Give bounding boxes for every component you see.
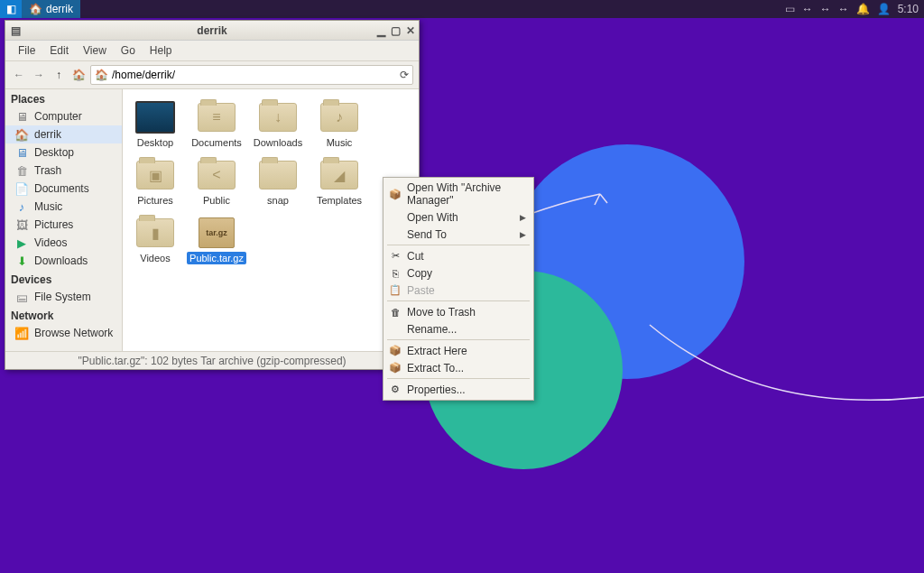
refresh-icon[interactable]: ⟳	[400, 69, 409, 81]
downloads-icon: ⬇	[14, 254, 29, 268]
file-item-pictures[interactable]: ▣Pictures	[126, 156, 184, 207]
file-label: Documents	[189, 136, 245, 149]
taskbar-item-file-manager[interactable]: 🏠 derrik	[22, 0, 80, 18]
menu-item-cut[interactable]: ✂Cut	[383, 247, 533, 264]
menu-edit[interactable]: Edit	[42, 42, 76, 59]
file-item-downloads[interactable]: ↓Downloads	[249, 98, 307, 149]
menu-file[interactable]: File	[11, 42, 42, 59]
trash-icon: 🗑	[14, 163, 29, 178]
resize-icon[interactable]: ↔	[802, 3, 813, 15]
indicator-icon[interactable]: ▭	[785, 3, 795, 15]
menu-item-label: Extract To...	[407, 362, 464, 374]
menu-item-copy[interactable]: ⎘Copy	[383, 264, 533, 282]
maximize-button[interactable]: ▢	[391, 24, 401, 37]
menu-item-label: Paste	[407, 284, 435, 297]
sidebar-device-file-system[interactable]: 🖴File System	[5, 288, 122, 306]
sidebar-heading: Devices	[5, 270, 122, 288]
sidebar-place-music[interactable]: ♪Music	[5, 198, 122, 216]
menu-item-open-with-archive-manager[interactable]: 📦Open With "Archive Manager"	[383, 180, 533, 208]
menu-item-rename[interactable]: Rename...	[383, 320, 533, 337]
computer-icon: 🖥	[14, 109, 29, 124]
menu-item-label: Cut	[407, 250, 424, 263]
menu-separator	[387, 378, 530, 379]
menubar: FileEditViewGoHelp	[5, 41, 419, 61]
menu-go[interactable]: Go	[114, 42, 143, 59]
videos-icon: ▶	[14, 236, 29, 250]
menu-item-label: Open With	[407, 211, 458, 224]
menu-item-icon	[389, 228, 402, 241]
file-label: Templates	[314, 194, 365, 207]
file-label: Pictures	[134, 194, 176, 207]
archive-icon: tar.gz	[196, 214, 237, 252]
close-button[interactable]: ✕	[406, 24, 415, 37]
nav-back-button[interactable]: ←	[11, 67, 27, 83]
sidebar-item-label: Pictures	[34, 218, 73, 231]
taskbar-item-label: derrik	[46, 3, 73, 15]
notification-icon[interactable]: 🔔	[856, 3, 870, 15]
menu-item-extract-to[interactable]: 📦Extract To...	[383, 359, 533, 376]
sidebar-heading: Places	[5, 89, 122, 107]
sidebar-network-browse-network[interactable]: 📶Browse Network	[5, 324, 122, 342]
menu-item-properties[interactable]: ⚙Properties...	[383, 381, 533, 398]
menu-item-move-to-trash[interactable]: 🗑Move to Trash	[383, 303, 533, 320]
file-system-icon: 🖴	[14, 290, 29, 304]
home-icon: 🏠	[29, 3, 42, 15]
sidebar-heading: Network	[5, 306, 122, 324]
sidebar-place-videos[interactable]: ▶Videos	[5, 234, 122, 252]
menu-item-send-to[interactable]: Send To▶	[383, 226, 533, 243]
sidebar-place-trash[interactable]: 🗑Trash	[5, 162, 122, 180]
sidebar-place-computer[interactable]: 🖥Computer	[5, 107, 122, 125]
folder-icon	[257, 156, 299, 194]
file-item-templates[interactable]: ◢Templates	[310, 156, 368, 207]
toolbar: ← → ↑ 🏠 🏠 ⟳	[5, 61, 419, 89]
path-input[interactable]	[112, 69, 400, 81]
file-item-snap[interactable]: snap	[249, 156, 307, 207]
menu-item-label: Rename...	[407, 323, 457, 336]
app-launcher[interactable]: ◧	[0, 0, 22, 18]
menu-item-icon: 📦	[389, 362, 402, 374]
sidebar-item-label: Music	[34, 200, 62, 213]
menu-item-icon: 📦	[389, 188, 402, 200]
window-title: derrik	[197, 24, 226, 37]
menu-item-label: Open With "Archive Manager"	[407, 181, 526, 207]
sidebar-item-label: Videos	[34, 236, 67, 249]
menu-view[interactable]: View	[76, 42, 114, 59]
sidebar-place-downloads[interactable]: ⬇Downloads	[5, 252, 122, 270]
menu-item-extract-here[interactable]: 📦Extract Here	[383, 342, 533, 359]
file-label: Downloads	[251, 136, 305, 149]
sidebar-place-desktop[interactable]: 🖥Desktop	[5, 143, 122, 162]
nav-up-button[interactable]: ↑	[51, 67, 67, 83]
resize-icon[interactable]: ↔	[838, 3, 849, 15]
clock[interactable]: 5:10	[898, 3, 919, 15]
file-item-documents[interactable]: ≡Documents	[188, 98, 245, 149]
file-item-music[interactable]: ♪Music	[310, 98, 368, 149]
minimize-button[interactable]: ▁	[377, 24, 385, 37]
menu-item-icon: ⎘	[389, 267, 402, 280]
context-menu: 📦Open With "Archive Manager"Open With▶Se…	[383, 177, 534, 401]
menu-help[interactable]: Help	[143, 42, 180, 59]
menu-item-label: Properties...	[407, 384, 466, 396]
user-icon[interactable]: 👤	[877, 3, 891, 15]
file-item-public[interactable]: <Public	[188, 156, 245, 207]
file-item-videos[interactable]: ▮Videos	[126, 214, 184, 264]
menu-item-icon: 📋	[389, 284, 402, 297]
menu-item-open-with[interactable]: Open With▶	[383, 208, 533, 226]
menu-item-label: Copy	[407, 267, 432, 280]
sidebar-place-pictures[interactable]: 🖼Pictures	[5, 216, 122, 234]
file-item-desktop[interactable]: Desktop	[126, 98, 184, 149]
menu-separator	[387, 339, 530, 340]
file-content-area[interactable]: Desktop≡Documents↓Downloads♪Music▣Pictur…	[123, 89, 419, 351]
menu-item-label: Move to Trash	[407, 306, 476, 319]
file-label: Public.tar.gz	[187, 252, 246, 264]
file-item-public-tar-gz[interactable]: tar.gzPublic.tar.gz	[188, 214, 245, 264]
window-titlebar[interactable]: ▤ derrik ▁ ▢ ✕	[5, 21, 419, 41]
window-menu-icon[interactable]: ▤	[11, 24, 21, 37]
pictures-icon: 🖼	[14, 217, 29, 232]
nav-forward-button[interactable]: →	[31, 67, 47, 83]
menu-item-icon: 🗑	[389, 306, 402, 319]
resize-icon[interactable]: ↔	[820, 3, 831, 15]
sidebar-place-documents[interactable]: 📄Documents	[5, 180, 122, 198]
sidebar-place-derrik[interactable]: 🏠derrik	[5, 125, 122, 143]
desktop-icon: 🖥	[14, 145, 29, 160]
nav-home-button[interactable]: 🏠	[70, 67, 87, 83]
